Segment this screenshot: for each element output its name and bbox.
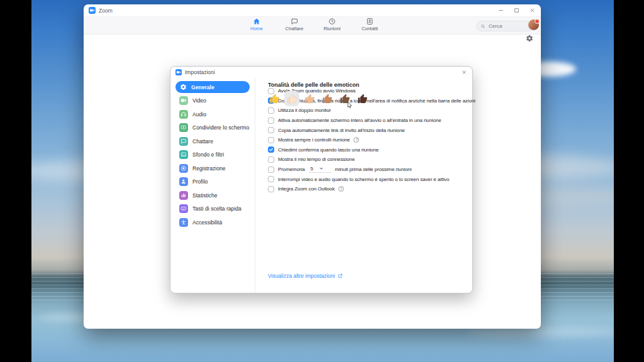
checkbox[interactable] <box>268 118 274 124</box>
emoji-tone-1[interactable] <box>267 91 282 106</box>
option-row-attiva-automaticamente-schermo-intero-al: Attiva automaticamente schermo intero al… <box>268 116 467 126</box>
sidebar-item-condividere-lo-schermo[interactable]: Condividere lo schermo <box>175 122 250 134</box>
sidebar-item-registrazione[interactable]: Registrazione <box>175 162 250 174</box>
tab-chattare[interactable]: Chattare <box>275 18 313 31</box>
sidebar-item-label: Chattare <box>192 138 213 145</box>
emoji-tone-6[interactable] <box>355 91 370 106</box>
option-label: Promemoria <box>278 167 305 172</box>
contacts-icon <box>366 18 374 25</box>
external-link-icon <box>338 273 343 278</box>
checkbox[interactable] <box>268 176 274 182</box>
option-row-utilizza-il-doppio-monitor: Utilizza il doppio monitor <box>268 106 467 116</box>
sidebar-item-label: Generale <box>191 84 214 90</box>
sidebar-item-label: Audio <box>192 111 206 118</box>
checkbox[interactable] <box>268 127 274 133</box>
option-row-chiedimi-conferma-quando-lascio-una-riun: Chiedimi conferma quando lascio una riun… <box>268 145 467 155</box>
sidebar-item-label: Tasti di scelta rapida <box>192 206 242 212</box>
dialog-title: Impostazioni <box>185 69 215 75</box>
sidebar-item-label: Video <box>192 97 206 104</box>
emoji-tone-4[interactable] <box>319 91 335 106</box>
option-label: Utilizza il doppio monitor <box>278 107 331 113</box>
checkbox[interactable] <box>268 107 274 114</box>
image-icon <box>179 150 188 159</box>
emoji-tone-3[interactable] <box>302 91 317 106</box>
chart-icon <box>179 191 188 200</box>
accessibility-icon <box>179 218 188 227</box>
avatar[interactable] <box>528 19 539 30</box>
checkbox[interactable] <box>268 167 274 173</box>
tab-riunioni[interactable]: Riunioni <box>313 18 351 31</box>
checkbox[interactable] <box>268 146 274 153</box>
maximize-button[interactable] <box>513 7 520 14</box>
emoji-tone-2[interactable] <box>284 91 299 106</box>
zoom-logo-icon <box>89 7 96 14</box>
option-row-mostra-sempre-i-controlli-riunione: Mostra sempre i controlli riunione? <box>268 135 467 145</box>
option-label: Mostra sempre i controlli riunione <box>278 137 350 143</box>
sidebar-item-generale[interactable]: Generale <box>175 81 250 93</box>
tab-label: Chattare <box>286 26 304 31</box>
option-row-copia-automaticamente-link-di-invito-all: Copia automaticamente link di invito all… <box>268 125 467 135</box>
chevron-down-icon <box>319 168 323 170</box>
search-box[interactable] <box>476 21 533 31</box>
sidebar-item-sfondo-e-filtri[interactable]: Sfondo e filtri <box>175 149 250 161</box>
option-row-promemoria: Promemoria5minuti prima delle prossime r… <box>268 165 467 175</box>
clock-icon <box>328 18 336 25</box>
help-icon[interactable]: ? <box>353 137 359 143</box>
reminder-minutes-value: 5 <box>311 166 313 172</box>
sidebar-item-accessibilit[interactable]: Accessibilità <box>175 216 250 228</box>
window-controls <box>497 7 536 14</box>
notification-dot <box>535 19 540 24</box>
sidebar-item-chattare[interactable]: Chattare <box>175 135 250 147</box>
option-row-mostra-il-mio-tempo-di-connessione: Mostra il mio tempo di connessione <box>268 155 467 165</box>
sidebar-divider <box>255 78 255 293</box>
reminder-minutes-dropdown[interactable]: 5 <box>309 166 331 173</box>
tab-home[interactable]: Home <box>238 18 275 31</box>
thumbs-up-icon <box>304 94 315 104</box>
thumbs-up-icon <box>357 94 368 104</box>
option-label: Copia automaticamente link di invito all… <box>278 128 405 133</box>
settings-dialog: Impostazioni GeneraleVideoAudioCondivide… <box>170 66 473 293</box>
thumbs-up-icon <box>322 94 333 104</box>
mouse-cursor-icon <box>347 102 353 109</box>
sidebar-item-tasti-di-scelta-rapida[interactable]: Tasti di scelta rapida <box>175 203 250 215</box>
option-label: Chiedimi conferma quando lascio una riun… <box>278 147 379 153</box>
camera-icon <box>179 96 188 105</box>
sidebar-item-statistiche[interactable]: Statistiche <box>175 189 250 201</box>
titlebar: Zoom <box>84 4 541 16</box>
dialog-titlebar: Impostazioni <box>170 67 472 78</box>
option-label: Attiva automaticamente schermo intero al… <box>278 118 441 123</box>
view-more-settings-link[interactable]: Visualizza altre impostazioni <box>268 273 343 279</box>
gear-icon <box>179 83 187 92</box>
option-label: Integra Zoom con Outlook <box>278 186 335 192</box>
settings-sidebar: GeneraleVideoAudioCondividere lo schermo… <box>170 78 255 293</box>
zoom-logo-icon <box>175 69 182 75</box>
search-input[interactable] <box>487 23 521 30</box>
emoji-tone-5[interactable] <box>337 91 352 106</box>
sidebar-item-label: Statistiche <box>192 192 218 199</box>
sidebar-item-label: Registrazione <box>192 165 226 172</box>
option-label: Mostra il mio tempo di connessione <box>278 156 355 162</box>
person-icon <box>179 177 188 186</box>
main-navbar: HomeChattareRiunioniContatti <box>84 16 541 35</box>
thumbs-up-icon <box>269 94 280 104</box>
close-button[interactable] <box>529 7 536 14</box>
checkbox[interactable] <box>268 186 274 192</box>
sidebar-item-label: Sfondo e filtri <box>192 151 224 158</box>
window-title: Zoom <box>99 8 113 14</box>
settings-gear-icon[interactable] <box>526 35 533 42</box>
option-suffix: minuti prima delle prossime riunioni <box>335 167 412 172</box>
sidebar-item-profilo[interactable]: Profilo <box>175 176 250 188</box>
dialog-close-icon[interactable] <box>461 69 467 75</box>
checkbox[interactable] <box>268 156 274 163</box>
tab-contatti[interactable]: Contatti <box>351 18 389 31</box>
help-icon[interactable]: ? <box>338 186 344 192</box>
chat-icon <box>291 18 298 25</box>
tab-label: Contatti <box>362 26 378 31</box>
sidebar-item-audio[interactable]: Audio <box>175 108 250 120</box>
sidebar-item-label: Condividere lo schermo <box>192 124 249 131</box>
record-icon <box>179 164 188 173</box>
minimize-button[interactable] <box>497 7 504 14</box>
checkbox[interactable] <box>268 137 274 143</box>
sidebar-item-video[interactable]: Video <box>175 95 250 107</box>
chatbubble-icon <box>179 137 188 146</box>
